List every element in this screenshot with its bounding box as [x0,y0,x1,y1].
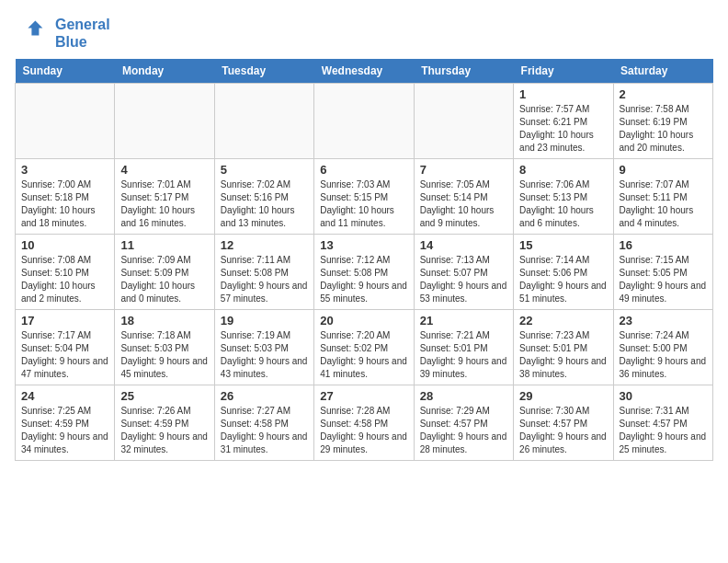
calendar-cell: 28Sunrise: 7:29 AM Sunset: 4:57 PM Dayli… [414,385,513,461]
logo-text: GeneralBlue [55,16,110,51]
calendar-cell: 14Sunrise: 7:13 AM Sunset: 5:07 PM Dayli… [414,235,513,310]
day-number: 16 [620,238,707,252]
weekday-header-row: SundayMondayTuesdayWednesdayThursdayFrid… [16,59,713,84]
page-header: GeneralBlue [15,15,713,52]
day-number: 3 [21,163,108,177]
calendar-cell [414,84,513,159]
day-info: Sunrise: 7:20 AM Sunset: 5:02 PM Dayligh… [320,329,407,381]
calendar-cell: 6Sunrise: 7:03 AM Sunset: 5:15 PM Daylig… [314,159,414,235]
day-number: 9 [620,163,707,177]
calendar-cell: 10Sunrise: 7:08 AM Sunset: 5:10 PM Dayli… [16,235,115,310]
day-number: 24 [21,389,108,403]
calendar-cell: 9Sunrise: 7:07 AM Sunset: 5:11 PM Daylig… [613,159,712,235]
day-info: Sunrise: 7:01 AM Sunset: 5:17 PM Dayligh… [120,178,208,230]
calendar-cell: 27Sunrise: 7:28 AM Sunset: 4:58 PM Dayli… [314,385,414,461]
day-info: Sunrise: 7:06 AM Sunset: 5:13 PM Dayligh… [519,178,607,230]
day-info: Sunrise: 7:08 AM Sunset: 5:10 PM Dayligh… [21,254,108,305]
day-number: 11 [120,238,208,252]
day-number: 27 [320,389,407,403]
day-number: 29 [519,389,607,403]
day-info: Sunrise: 7:27 AM Sunset: 4:58 PM Dayligh… [221,405,308,456]
day-info: Sunrise: 7:03 AM Sunset: 5:15 PM Dayligh… [320,178,407,230]
day-number: 5 [221,163,308,177]
day-number: 20 [320,314,407,327]
weekday-header-monday: Monday [115,59,214,84]
day-info: Sunrise: 7:19 AM Sunset: 5:03 PM Dayligh… [221,329,308,381]
day-number: 28 [420,389,507,403]
calendar-cell: 17Sunrise: 7:17 AM Sunset: 5:04 PM Dayli… [16,310,115,385]
day-info: Sunrise: 7:58 AM Sunset: 6:19 PM Dayligh… [620,103,707,155]
day-info: Sunrise: 7:07 AM Sunset: 5:11 PM Dayligh… [620,178,707,230]
calendar-cell: 11Sunrise: 7:09 AM Sunset: 5:09 PM Dayli… [115,235,214,310]
day-number: 4 [120,163,208,177]
calendar-week-5: 24Sunrise: 7:25 AM Sunset: 4:59 PM Dayli… [16,385,713,461]
day-number: 14 [420,238,507,252]
day-info: Sunrise: 7:57 AM Sunset: 6:21 PM Dayligh… [519,103,607,155]
day-info: Sunrise: 7:18 AM Sunset: 5:03 PM Dayligh… [120,329,208,381]
day-number: 8 [519,163,607,177]
day-info: Sunrise: 7:00 AM Sunset: 5:18 PM Dayligh… [21,178,108,230]
weekday-header-thursday: Thursday [414,59,513,84]
calendar-cell: 19Sunrise: 7:19 AM Sunset: 5:03 PM Dayli… [214,310,313,385]
day-info: Sunrise: 7:13 AM Sunset: 5:07 PM Dayligh… [420,254,507,305]
day-number: 22 [519,314,607,327]
calendar-cell [314,84,414,159]
calendar-cell: 20Sunrise: 7:20 AM Sunset: 5:02 PM Dayli… [314,310,414,385]
calendar-cell: 4Sunrise: 7:01 AM Sunset: 5:17 PM Daylig… [115,159,214,235]
day-info: Sunrise: 7:24 AM Sunset: 5:00 PM Dayligh… [620,329,707,381]
day-number: 6 [320,163,407,177]
calendar-cell [214,84,313,159]
weekday-header-saturday: Saturday [613,59,712,84]
calendar-cell: 25Sunrise: 7:26 AM Sunset: 4:59 PM Dayli… [115,385,214,461]
calendar-cell: 22Sunrise: 7:23 AM Sunset: 5:01 PM Dayli… [514,310,613,385]
day-number: 10 [21,238,108,252]
day-info: Sunrise: 7:15 AM Sunset: 5:05 PM Dayligh… [620,254,707,305]
calendar-cell: 8Sunrise: 7:06 AM Sunset: 5:13 PM Daylig… [514,159,613,235]
calendar-cell [115,84,214,159]
day-number: 26 [221,389,308,403]
weekday-header-sunday: Sunday [16,59,115,84]
day-number: 13 [320,238,407,252]
calendar-cell: 3Sunrise: 7:00 AM Sunset: 5:18 PM Daylig… [16,159,115,235]
weekday-header-friday: Friday [514,59,613,84]
calendar-cell: 26Sunrise: 7:27 AM Sunset: 4:58 PM Dayli… [214,385,313,461]
calendar-week-3: 10Sunrise: 7:08 AM Sunset: 5:10 PM Dayli… [16,235,713,310]
calendar-cell: 5Sunrise: 7:02 AM Sunset: 5:16 PM Daylig… [214,159,313,235]
day-info: Sunrise: 7:25 AM Sunset: 4:59 PM Dayligh… [21,405,108,456]
calendar-week-4: 17Sunrise: 7:17 AM Sunset: 5:04 PM Dayli… [16,310,713,385]
day-info: Sunrise: 7:28 AM Sunset: 4:58 PM Dayligh… [320,405,407,456]
day-info: Sunrise: 7:26 AM Sunset: 4:59 PM Dayligh… [120,405,208,456]
calendar-week-1: 1Sunrise: 7:57 AM Sunset: 6:21 PM Daylig… [16,84,713,159]
day-info: Sunrise: 7:17 AM Sunset: 5:04 PM Dayligh… [21,329,108,381]
day-info: Sunrise: 7:02 AM Sunset: 5:16 PM Dayligh… [221,178,308,230]
calendar-cell: 16Sunrise: 7:15 AM Sunset: 5:05 PM Dayli… [613,235,712,310]
day-number: 18 [120,314,208,327]
day-info: Sunrise: 7:31 AM Sunset: 4:57 PM Dayligh… [620,405,707,456]
calendar-cell: 13Sunrise: 7:12 AM Sunset: 5:08 PM Dayli… [314,235,414,310]
day-info: Sunrise: 7:12 AM Sunset: 5:08 PM Dayligh… [320,254,407,305]
calendar-cell: 1Sunrise: 7:57 AM Sunset: 6:21 PM Daylig… [514,84,613,159]
day-info: Sunrise: 7:21 AM Sunset: 5:01 PM Dayligh… [420,329,507,381]
day-number: 17 [21,314,108,327]
logo-icon [15,15,51,52]
day-number: 2 [620,87,707,101]
day-number: 25 [120,389,208,403]
calendar-cell: 21Sunrise: 7:21 AM Sunset: 5:01 PM Dayli… [414,310,513,385]
day-info: Sunrise: 7:09 AM Sunset: 5:09 PM Dayligh… [120,254,208,305]
calendar-table: SundayMondayTuesdayWednesdayThursdayFrid… [15,59,713,461]
calendar-cell: 2Sunrise: 7:58 AM Sunset: 6:19 PM Daylig… [613,84,712,159]
day-info: Sunrise: 7:11 AM Sunset: 5:08 PM Dayligh… [221,254,308,305]
calendar-cell: 12Sunrise: 7:11 AM Sunset: 5:08 PM Dayli… [214,235,313,310]
day-info: Sunrise: 7:29 AM Sunset: 4:57 PM Dayligh… [420,405,507,456]
day-number: 12 [221,238,308,252]
day-number: 23 [620,314,707,327]
day-number: 30 [620,389,707,403]
day-number: 21 [420,314,507,327]
day-info: Sunrise: 7:30 AM Sunset: 4:57 PM Dayligh… [519,405,607,456]
day-info: Sunrise: 7:14 AM Sunset: 5:06 PM Dayligh… [519,254,607,305]
day-number: 7 [420,163,507,177]
calendar-cell: 30Sunrise: 7:31 AM Sunset: 4:57 PM Dayli… [613,385,712,461]
calendar-cell: 24Sunrise: 7:25 AM Sunset: 4:59 PM Dayli… [16,385,115,461]
weekday-header-wednesday: Wednesday [314,59,414,84]
day-number: 15 [519,238,607,252]
